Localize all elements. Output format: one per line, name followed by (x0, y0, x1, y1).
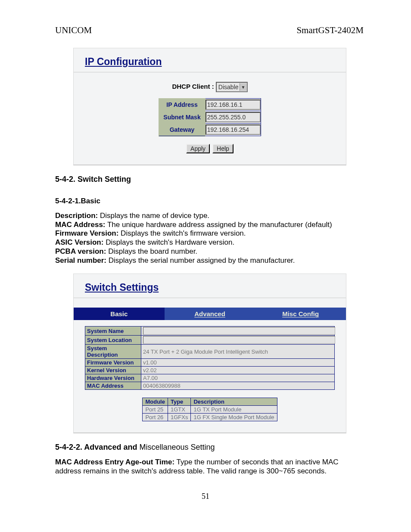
system-description-value: 24 TX Port + 2 Giga Module Port Intellig… (141, 345, 335, 359)
help-button[interactable]: Help (212, 144, 234, 153)
firmware-version-label: Firmware Version: (55, 229, 118, 237)
module-table: Module Type Description Port 25 1GTX 1G … (142, 398, 277, 421)
ip-configuration-title: IP Configuration (85, 56, 335, 68)
pcba-version-label: PCBA version: (55, 247, 106, 255)
system-description-label: System Description (85, 345, 141, 359)
tab-misc-config[interactable]: Misc Config (255, 308, 346, 320)
asic-version-label: ASIC Version: (55, 238, 103, 246)
firmware-version-text: Displays the switch's firmware version. (118, 229, 246, 237)
dhcp-client-value: Disable (218, 84, 239, 90)
module-col-header: Module (143, 398, 168, 406)
section-5-4-2-2: 5-4-2-2. Advanced and Miscellaneous Sett… (55, 443, 364, 452)
type-col-header: Type (168, 398, 190, 406)
apply-button[interactable]: Apply (186, 144, 210, 153)
hardware-version-value: A7.00 (141, 374, 335, 382)
firmware-version-row-label: Firmware Version (85, 359, 141, 367)
asic-version-text: Displays the switch's Hardware version. (103, 238, 234, 246)
module-port25-type: 1GTX (168, 406, 190, 414)
section-5-4-2-1: 5-4-2-1.Basic (55, 197, 364, 205)
doc-header-left: UNICOM (55, 25, 92, 36)
ip-configuration-panel: IP Configuration DHCP Client : Disable ▼… (73, 48, 346, 165)
mac-address-text: The unique hardware address assigned by … (106, 221, 332, 229)
serial-number-label: Serial number: (55, 256, 106, 264)
tab-basic[interactable]: Basic (74, 308, 165, 320)
system-info-table: System Name System Location System Descr… (85, 326, 335, 390)
tab-bar: Basic Advanced Misc Config (74, 308, 346, 320)
kernel-version-label: Kernel Version (85, 367, 141, 374)
system-location-label: System Location (85, 336, 141, 345)
mac-address-row-value: 004063809988 (141, 382, 335, 390)
switch-settings-panel: Switch Settings Basic Advanced Misc Conf… (73, 274, 346, 433)
system-name-label: System Name (85, 327, 141, 336)
module-port26-type: 1GFXs (168, 414, 190, 421)
serial-number-text: Displays the serial number assigned by t… (106, 256, 295, 264)
divider (74, 72, 346, 72)
mac-address-label: MAC Address: (55, 221, 106, 229)
doc-header-right: SmartGST-2402M (296, 25, 364, 36)
system-name-input[interactable] (143, 327, 335, 335)
page-number: 51 (0, 492, 411, 501)
subnet-mask-label: Subnet Mask (159, 111, 205, 124)
module-port25-desc: 1G TX Port Module (191, 406, 277, 414)
mac-address-row-label: MAC Address (85, 382, 141, 390)
table-row: Port 26 1GFXs 1G FX Single Mode Port Mod… (143, 414, 277, 421)
ip-address-input[interactable] (206, 100, 261, 110)
switch-settings-title: Switch Settings (85, 282, 335, 293)
kernel-version-value: v2.02 (141, 367, 335, 374)
tab-advanced[interactable]: Advanced (165, 308, 255, 320)
module-port26-desc: 1G FX Single Mode Port Module (191, 414, 277, 421)
system-location-input[interactable] (143, 336, 335, 344)
mac-age-label: MAC Address Entry Age-out Time: (55, 458, 174, 466)
divider (74, 298, 346, 298)
firmware-version-row-value: v1.00 (141, 359, 335, 367)
dhcp-client-select[interactable]: Disable ▼ (216, 82, 248, 92)
basic-description-block: Description: Displays the name of device… (55, 212, 364, 265)
section-5-4-2: 5-4-2. Switch Setting (55, 175, 364, 184)
pcba-version-text: Displays the board number. (106, 247, 197, 255)
description-text: Displays the name of device type. (98, 212, 209, 220)
gateway-input[interactable] (206, 124, 261, 135)
gateway-label: Gateway (159, 124, 205, 136)
module-port25: Port 25 (143, 406, 168, 414)
ip-address-label: IP Address (159, 99, 205, 111)
dhcp-client-label: DHCP Client : (172, 83, 215, 90)
ip-table: IP Address Subnet Mask Gateway (159, 98, 261, 136)
description-col-header: Description (191, 398, 277, 406)
section-5-4-2-2-bold: 5-4-2-2. Advanced and (55, 443, 139, 451)
section-5-4-2-2-light: Miscellaneous Setting (139, 443, 215, 451)
hardware-version-label: Hardware Version (85, 374, 141, 382)
subnet-mask-input[interactable] (206, 112, 261, 122)
chevron-down-icon: ▼ (240, 83, 247, 91)
mac-age-paragraph: MAC Address Entry Age-out Time: Type the… (55, 458, 364, 476)
description-label: Description: (55, 212, 98, 220)
module-port26: Port 26 (143, 414, 168, 421)
table-row: Port 25 1GTX 1G TX Port Module (143, 406, 277, 414)
